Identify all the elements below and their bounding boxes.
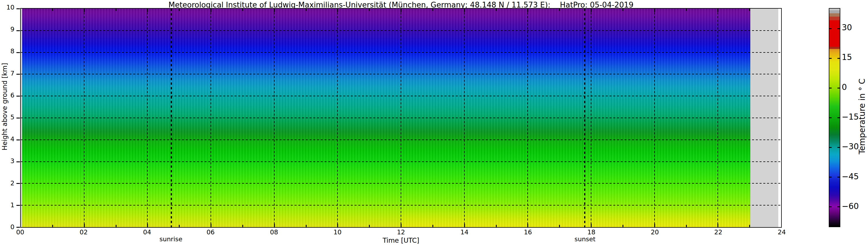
x-axis-tick-bottom: [369, 225, 370, 227]
y-tick-label: 1: [0, 202, 14, 209]
grid-line-horizontal: [21, 140, 781, 140]
x-tick-label: 14: [456, 229, 473, 236]
x-axis-tick-top: [369, 9, 370, 11]
colorbar-tick: [829, 117, 832, 118]
y-tick-label: 9: [0, 26, 14, 33]
grid-line-horizontal: [21, 205, 781, 206]
colorbar-title: Temperature in ° C: [857, 78, 867, 154]
x-axis-tick-bottom: [591, 224, 592, 227]
x-axis-tick-bottom: [84, 224, 85, 227]
x-tick-label: 20: [646, 229, 663, 236]
colorbar-tick: [829, 88, 832, 89]
colorbar-tick: [829, 147, 832, 148]
heatmap-plot: [20, 8, 782, 228]
colorbar-tick-label: 30: [842, 23, 852, 32]
x-axis-tick-top: [337, 9, 338, 12]
x-tick-label: 10: [329, 229, 346, 236]
colorbar-tick: [829, 206, 832, 207]
y-tick-label: 10: [0, 4, 14, 11]
x-axis-tick-bottom: [464, 224, 465, 227]
y-tick-label: 8: [0, 47, 14, 55]
colorbar-tick-label: 15: [842, 53, 852, 62]
colorbar-tick-label: −15: [842, 112, 859, 121]
x-tick-label: 18: [583, 229, 600, 236]
x-axis-tick-top: [654, 9, 655, 12]
x-axis-tick-top: [242, 9, 243, 11]
colorbar-tick-label: −45: [842, 172, 859, 181]
x-tick-label: 16: [519, 229, 536, 236]
x-axis-tick-bottom: [274, 224, 275, 227]
x-axis-tick-top: [686, 9, 687, 11]
colorbar-tick: [829, 58, 832, 59]
x-axis-tick-bottom: [622, 225, 623, 227]
colorbar: [829, 8, 840, 227]
grid-line-horizontal: [21, 96, 781, 96]
colorbar-tick: [837, 88, 840, 89]
colorbar-tick: [837, 58, 840, 59]
colorbar-tick: [837, 147, 840, 148]
x-tick-label: 24: [773, 229, 790, 236]
x-axis-tick-bottom: [749, 225, 750, 227]
colorbar-tick: [837, 117, 840, 118]
grid-line-horizontal: [21, 74, 781, 74]
x-axis-tick-bottom: [242, 225, 243, 227]
x-axis-tick-top: [496, 9, 497, 11]
x-tick-label: 02: [75, 229, 92, 236]
x-axis-tick-bottom: [686, 225, 687, 227]
x-axis-tick-labels: 00020406081012141618202224: [20, 229, 782, 236]
x-axis-tick-top: [147, 9, 148, 12]
grid-line-horizontal: [21, 162, 781, 162]
y-tick-label: 2: [0, 180, 14, 187]
colorbar-tick: [829, 177, 832, 178]
colorbar-tick: [837, 206, 840, 207]
x-axis-tick-bottom: [432, 225, 433, 227]
x-axis-tick-top: [52, 9, 53, 11]
x-axis-tick-top: [401, 9, 402, 12]
x-axis-tick-bottom: [179, 225, 180, 227]
grid-line-horizontal: [21, 117, 781, 118]
x-axis-tick-bottom: [496, 225, 497, 227]
x-tick-label: 08: [266, 229, 283, 236]
colorbar-tick-label: 0: [842, 82, 847, 92]
x-axis-tick-top: [306, 9, 307, 11]
y-tick-label: 3: [0, 158, 14, 165]
sunrise-line: [171, 9, 172, 227]
colorbar-tick-label: −60: [842, 202, 859, 211]
x-tick-label: 06: [202, 229, 219, 236]
x-axis-tick-top: [464, 9, 465, 12]
x-axis-tick-bottom: [717, 224, 718, 227]
grid-line-horizontal: [21, 52, 781, 53]
x-axis-tick-top: [179, 9, 180, 11]
y-axis-title: Height above ground [km]: [1, 63, 8, 150]
grid-line-horizontal: [21, 30, 781, 31]
x-tick-label: 12: [392, 229, 410, 236]
figure: Meteorological Institute of Ludwig-Maxim…: [0, 0, 868, 245]
colorbar-tick: [829, 28, 832, 29]
x-axis-tick-top: [527, 9, 528, 12]
x-axis-tick-bottom: [211, 224, 212, 227]
x-axis-title: Time [UTC]: [20, 237, 782, 244]
colorbar-tick-label: −30: [842, 142, 859, 151]
x-axis-tick-top: [274, 9, 275, 12]
x-axis-tick-top: [622, 9, 623, 11]
x-tick-label: 04: [138, 229, 156, 236]
x-axis-tick-bottom: [401, 224, 402, 227]
x-axis-tick-bottom: [527, 224, 528, 227]
x-axis-tick-top: [432, 9, 433, 11]
x-tick-label: 00: [11, 229, 29, 236]
sunset-line: [584, 9, 585, 227]
x-axis-tick-bottom: [337, 224, 338, 227]
x-axis-tick-bottom: [116, 225, 117, 227]
x-axis-tick-top: [116, 9, 117, 11]
x-axis-tick-top: [84, 9, 85, 12]
x-axis-tick-top: [717, 9, 718, 12]
x-axis-tick-bottom: [306, 225, 307, 227]
x-axis-tick-top: [591, 9, 592, 12]
x-axis-tick-bottom: [654, 224, 655, 227]
x-axis-tick-top: [211, 9, 212, 12]
x-axis-tick-top: [559, 9, 560, 11]
x-axis-tick-bottom: [52, 225, 53, 227]
x-axis-tick-bottom: [147, 224, 148, 227]
colorbar-tick: [837, 28, 840, 29]
x-tick-label: 22: [710, 229, 727, 236]
